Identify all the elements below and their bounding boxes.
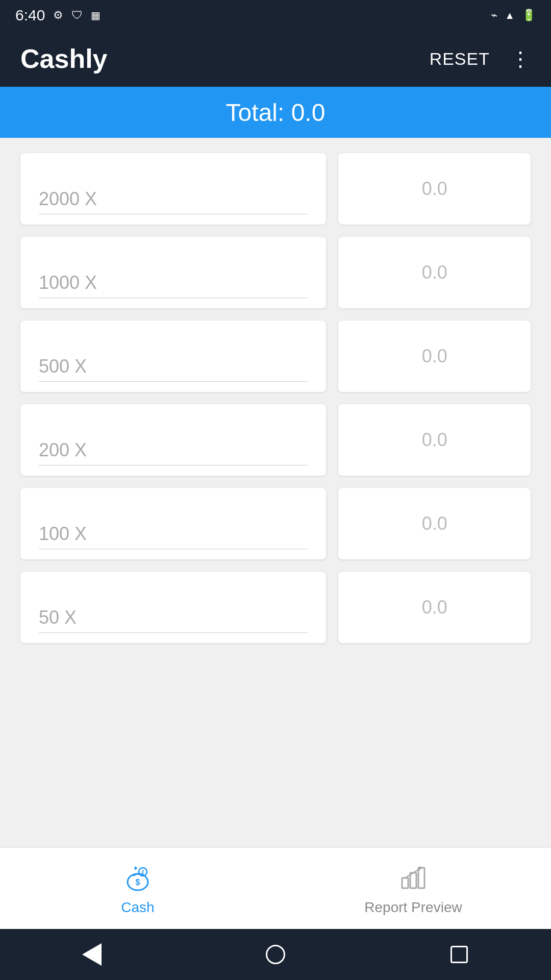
input-card-1[interactable]: 1000 X (20, 237, 326, 308)
denomination-label-5: 50 X (39, 607, 308, 633)
result-card-0: 0.0 (338, 153, 531, 225)
recents-icon (450, 946, 468, 963)
result-card-1: 0.0 (338, 237, 531, 308)
nav-report-preview[interactable]: Report Preview (276, 848, 551, 929)
result-value-5: 0.0 (422, 597, 447, 618)
settings-icon: ⚙ (53, 9, 63, 22)
denomination-row: 50 X0.0 (20, 572, 531, 643)
svg-rect-5 (402, 878, 408, 888)
status-right: ⌁ ▲ 🔋 (491, 9, 536, 22)
status-time: 6:40 (15, 7, 45, 24)
wifi-icon: ⌁ (491, 9, 497, 22)
app-bar: Cashly RESET ⋮ (0, 31, 551, 87)
result-card-4: 0.0 (338, 488, 531, 559)
input-card-3[interactable]: 200 X (20, 404, 326, 476)
cash-icon: $ ¢ ✦ (122, 862, 153, 894)
report-preview-nav-label: Report Preview (364, 899, 462, 916)
status-left: 6:40 ⚙ 🛡 ▦ (15, 7, 101, 24)
svg-rect-6 (410, 873, 416, 888)
svg-text:¢: ¢ (141, 869, 145, 876)
app-bar-actions: RESET ⋮ (430, 47, 531, 70)
svg-text:✦: ✦ (133, 864, 139, 872)
battery-icon: 🔋 (522, 9, 536, 22)
denomination-row: 200 X0.0 (20, 404, 531, 476)
main-content: 2000 X0.01000 X0.0500 X0.0200 X0.0100 X0… (0, 138, 551, 847)
back-icon (82, 943, 102, 966)
memory-icon: ▦ (91, 9, 101, 21)
denomination-label-1: 1000 X (39, 272, 308, 298)
nav-cash[interactable]: $ ¢ ✦ Cash (0, 848, 276, 929)
total-banner: Total: 0.0 (0, 87, 551, 138)
report-preview-icon (398, 862, 429, 894)
status-bar: 6:40 ⚙ 🛡 ▦ ⌁ ▲ 🔋 (0, 0, 551, 31)
result-value-3: 0.0 (422, 429, 447, 451)
denomination-label-3: 200 X (39, 439, 308, 465)
signal-icon: ▲ (505, 10, 515, 21)
denomination-row: 100 X0.0 (20, 488, 531, 559)
denomination-row: 2000 X0.0 (20, 153, 531, 225)
result-card-2: 0.0 (338, 321, 531, 392)
result-value-0: 0.0 (422, 178, 447, 200)
input-card-4[interactable]: 100 X (20, 488, 326, 559)
denomination-label-2: 500 X (39, 356, 308, 382)
input-card-2[interactable]: 500 X (20, 321, 326, 392)
app-title: Cashly (20, 43, 108, 74)
recents-button[interactable] (446, 942, 472, 967)
result-card-3: 0.0 (338, 404, 531, 476)
more-menu-icon[interactable]: ⋮ (510, 47, 531, 70)
shield-icon: 🛡 (71, 9, 83, 22)
input-card-5[interactable]: 50 X (20, 572, 326, 643)
denomination-row: 1000 X0.0 (20, 237, 531, 308)
result-card-5: 0.0 (338, 572, 531, 643)
reset-button[interactable]: RESET (430, 49, 490, 69)
input-card-0[interactable]: 2000 X (20, 153, 326, 225)
denomination-row: 500 X0.0 (20, 321, 531, 392)
total-label: Total: (226, 99, 285, 126)
svg-rect-7 (418, 868, 424, 888)
home-icon (266, 945, 285, 964)
result-value-1: 0.0 (422, 262, 447, 283)
svg-text:$: $ (136, 878, 140, 887)
total-text: Total: 0.0 (226, 99, 325, 127)
total-value: 0.0 (291, 99, 325, 126)
denomination-label-0: 2000 X (39, 188, 308, 214)
home-button[interactable] (263, 942, 288, 967)
cash-nav-label: Cash (121, 899, 154, 916)
back-button[interactable] (79, 942, 105, 967)
result-value-2: 0.0 (422, 346, 447, 367)
result-value-4: 0.0 (422, 513, 447, 534)
system-nav (0, 929, 551, 980)
bottom-nav: $ ¢ ✦ Cash Report Preview (0, 847, 551, 929)
denomination-label-4: 100 X (39, 523, 308, 549)
